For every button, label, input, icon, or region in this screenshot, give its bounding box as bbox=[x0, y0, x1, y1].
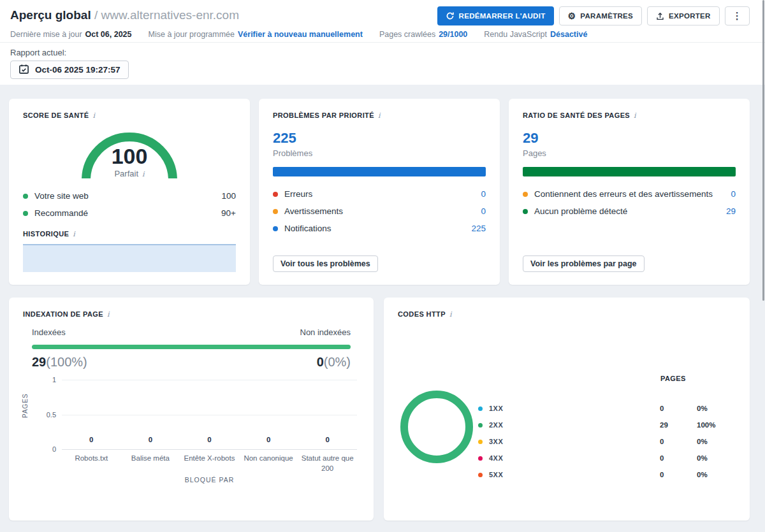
view-all-issues-button[interactable]: Voir tous les problèmes bbox=[273, 255, 378, 272]
green-dot bbox=[523, 209, 528, 214]
issues-total: 225 bbox=[273, 130, 486, 147]
orange-dot bbox=[273, 209, 278, 214]
blocked-by-bar-chart: PAGES 1 0.5 0 0 Robots.txt 0 Balise méta bbox=[23, 380, 360, 493]
vertical-scrollbar[interactable] bbox=[762, 0, 764, 301]
view-issues-by-page-button[interactable]: Voir les problèmes par page bbox=[523, 255, 645, 272]
pages-total-label: Pages bbox=[523, 148, 736, 158]
page-indexation-card: INDEXATION DE PAGEi Indexées Non indexée… bbox=[9, 298, 374, 521]
more-actions-button[interactable]: ⋮ bbox=[725, 6, 750, 25]
bar-category: Non canonique bbox=[239, 454, 298, 464]
restart-audit-button[interactable]: REDÉMARRER L'AUDIT bbox=[437, 6, 554, 25]
blue-dot bbox=[273, 226, 278, 231]
legend-pages-value: 29 bbox=[660, 421, 697, 429]
not-indexed-count: 0(0%) bbox=[317, 355, 351, 370]
http-codes-donut-chart bbox=[400, 391, 473, 463]
bar-value: 0 bbox=[298, 436, 357, 443]
pages-no-issues-count-link[interactable]: 29 bbox=[726, 206, 736, 216]
info-icon[interactable]: i bbox=[449, 310, 452, 319]
last-update-value: Oct 06, 2025 bbox=[85, 30, 132, 39]
green-dot bbox=[23, 211, 28, 216]
report-selector-bar: Rapport actuel: Oct-06 2025 19:27:57 bbox=[0, 42, 765, 85]
info-icon[interactable]: i bbox=[92, 111, 95, 120]
legend-pages-value: 0 bbox=[660, 405, 697, 412]
legend-label: 5XX bbox=[489, 471, 660, 478]
calendar-icon bbox=[18, 64, 29, 76]
legend-row-4xx: 4XX 0 0% bbox=[478, 454, 736, 463]
info-icon[interactable]: i bbox=[142, 170, 145, 178]
indexation-ratio-bar bbox=[32, 345, 351, 349]
legend-label: 4XX bbox=[489, 454, 660, 462]
page-title: Aperçu global / www.alternatives-enr.com bbox=[10, 6, 239, 22]
y-tick: 1 bbox=[52, 376, 56, 384]
yellow-dot bbox=[478, 440, 483, 444]
legend-row-5xx: 5XX 0 0% bbox=[478, 470, 736, 479]
errors-row: Erreurs 0 bbox=[273, 185, 486, 203]
bar-category: Statut autre que 200 bbox=[298, 454, 357, 473]
bar-value: 0 bbox=[121, 436, 180, 443]
info-icon[interactable]: i bbox=[634, 111, 636, 120]
health-score-gauge: 100 Parfaiti bbox=[82, 133, 177, 178]
scheduled-update: Mise à jour programméeVérifier à nouveau… bbox=[149, 30, 363, 39]
issues-by-priority-card: PROBLÈMES PAR PRIORITÉi 225 Problèmes Er… bbox=[259, 99, 500, 285]
pages-health-title: RATIO DE SANTÉ DES PAGESi bbox=[523, 111, 736, 120]
pages-health-ratio-card: RATIO DE SANTÉ DES PAGESi 29 Pages Conti… bbox=[509, 99, 750, 285]
red-dot bbox=[273, 192, 278, 197]
legend-label: 3XX bbox=[489, 438, 660, 445]
kebab-menu-icon: ⋮ bbox=[732, 10, 742, 22]
js-rendering: Rendu JavaScriptDésactivé bbox=[484, 30, 587, 39]
issues-title: PROBLÈMES PAR PRIORITÉi bbox=[273, 111, 486, 120]
pages-health-title-text: RATIO DE SANTÉ DES PAGES bbox=[523, 111, 630, 119]
bar-value: 0 bbox=[180, 436, 239, 443]
pages-with-issues-row: Contiennent des erreurs et des avertisse… bbox=[523, 185, 736, 203]
info-icon[interactable]: i bbox=[73, 230, 75, 238]
info-icon[interactable]: i bbox=[107, 310, 110, 319]
http-codes-card: CODES HTTPi PAGES 1XX 0 0% 2XX 29 100% bbox=[384, 298, 750, 521]
restart-audit-label: REDÉMARRER L'AUDIT bbox=[459, 12, 546, 20]
legend-pages-value: 0 bbox=[660, 438, 697, 445]
legend-percent-value: 0% bbox=[697, 405, 708, 412]
warnings-count-link[interactable]: 0 bbox=[481, 206, 486, 216]
history-area-chart bbox=[23, 244, 236, 272]
pages-health-bar bbox=[523, 167, 736, 176]
recommended-value: 90+ bbox=[221, 208, 236, 218]
health-score-value: 100 bbox=[82, 145, 177, 167]
errors-label: Erreurs bbox=[284, 189, 312, 199]
scheduled-update-label: Mise à jour programmée bbox=[149, 30, 235, 39]
notices-count-link[interactable]: 225 bbox=[471, 224, 486, 233]
issues-distribution-bar bbox=[273, 167, 486, 176]
info-icon[interactable]: i bbox=[378, 111, 381, 120]
legend-percent-value: 0% bbox=[697, 471, 708, 478]
last-update-label: Dernière mise à jour bbox=[10, 30, 82, 39]
pages-crawled: Pages crawlées29/1000 bbox=[379, 30, 467, 39]
settings-button[interactable]: ⚙ PARAMÈTRES bbox=[559, 6, 643, 25]
not-indexed-count-percent: (0%) bbox=[324, 355, 351, 369]
http-codes-title-text: CODES HTTP bbox=[398, 310, 446, 318]
errors-count-link[interactable]: 0 bbox=[481, 189, 486, 199]
legend-pages-value: 0 bbox=[660, 454, 697, 462]
http-codes-title: CODES HTTPi bbox=[398, 310, 736, 319]
indexed-count-number: 29 bbox=[32, 355, 46, 369]
settings-label: PARAMÈTRES bbox=[580, 12, 633, 20]
pages-crawled-value[interactable]: 29/1000 bbox=[439, 30, 467, 39]
orange-red-dot bbox=[478, 473, 483, 477]
legend-pages-value: 0 bbox=[660, 471, 697, 478]
green-dot bbox=[478, 423, 483, 428]
audited-domain: www.alternatives-enr.com bbox=[101, 8, 239, 22]
health-score-title-text: SCORE DE SANTÉ bbox=[23, 111, 89, 119]
refresh-icon bbox=[446, 11, 455, 20]
export-button[interactable]: EXPORTER bbox=[647, 6, 720, 25]
recheck-manually-link[interactable]: Vérifier à nouveau manuellement bbox=[238, 30, 363, 39]
health-score-verdict-text: Parfait bbox=[114, 169, 138, 178]
indexed-count-percent: (100%) bbox=[46, 355, 87, 369]
orange-dot bbox=[523, 192, 528, 197]
js-rendering-value[interactable]: Désactivé bbox=[550, 30, 587, 39]
legend-label: 1XX bbox=[489, 405, 660, 412]
report-date-picker[interactable]: Oct-06 2025 19:27:57 bbox=[10, 61, 129, 79]
not-indexed-label: Non indexées bbox=[300, 327, 351, 337]
pages-with-issues-count-link[interactable]: 0 bbox=[731, 189, 736, 199]
current-report-label: Rapport actuel: bbox=[10, 48, 755, 57]
issues-title-text: PROBLÈMES PAR PRIORITÉ bbox=[273, 111, 374, 119]
history-title: HISTORIQUEi bbox=[23, 230, 236, 238]
pages-no-issues-label: Aucun problème détecté bbox=[534, 206, 627, 216]
warnings-label: Avertissements bbox=[284, 206, 343, 216]
